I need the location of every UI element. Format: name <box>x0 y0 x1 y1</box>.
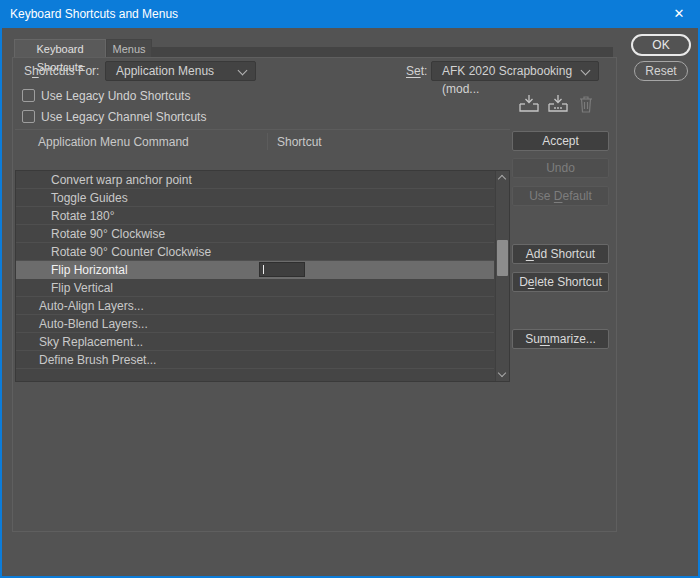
delete-shortcut-button[interactable]: Delete Shortcut <box>512 272 609 292</box>
list-item[interactable]: Rotate 90° Counter Clockwise <box>16 243 494 261</box>
scrollbar-thumb[interactable] <box>497 240 508 276</box>
list-item[interactable]: Convert warp anchor point <box>16 171 494 189</box>
column-divider <box>267 133 268 150</box>
window-title: Keyboard Shortcuts and Menus <box>10 0 178 28</box>
list-item-label: Toggle Guides <box>51 191 128 205</box>
set-label: Set: <box>406 64 427 78</box>
list-item-label: Flip Vertical <box>51 281 113 295</box>
list-item-label: Rotate 90° Clockwise <box>51 227 165 241</box>
list-item[interactable]: Rotate 180° <box>16 207 494 225</box>
list-item[interactable]: Flip Horizontal <box>16 261 494 279</box>
legacy-channel-label: Use Legacy Channel Shortcuts <box>41 110 206 124</box>
undo-button[interactable]: Undo <box>512 158 609 178</box>
legacy-undo-label: Use Legacy Undo Shortcuts <box>41 89 190 103</box>
add-shortcut-button[interactable]: Add Shortcut <box>512 244 609 264</box>
list-item[interactable]: Auto-Blend Layers... <box>16 315 494 333</box>
list-item[interactable]: Define Brush Preset... <box>16 351 494 369</box>
reset-button[interactable]: Reset <box>634 61 688 81</box>
save-set-icon[interactable] <box>517 93 541 115</box>
new-set-based-on-current-icon[interactable] <box>546 93 570 115</box>
close-icon[interactable]: ✕ <box>658 0 700 28</box>
legacy-channel-checkbox[interactable] <box>22 110 35 123</box>
tab-keyboard-shortcuts[interactable]: Keyboard Shortcuts <box>14 39 106 57</box>
list-item[interactable]: Flip Vertical <box>16 279 494 297</box>
list-item-label: Define Brush Preset... <box>39 353 156 367</box>
scroll-down-icon[interactable] <box>498 369 506 377</box>
list-item[interactable]: Toggle Guides <box>16 189 494 207</box>
shortcuts-for-label: Shortcuts For: <box>24 64 99 78</box>
list-item-label: Auto-Blend Layers... <box>39 317 148 331</box>
set-dropdown[interactable]: AFK 2020 Scrapbooking (mod... <box>431 61 599 81</box>
list-item[interactable]: Sky Replacement... <box>16 333 494 351</box>
list-item-label: Rotate 90° Counter Clockwise <box>51 245 211 259</box>
list-item-label: Auto-Align Layers... <box>39 299 144 313</box>
list-item[interactable]: Auto-Align Layers... <box>16 297 494 315</box>
list-item[interactable]: Rotate 90° Clockwise <box>16 225 494 243</box>
list-item-label: Convert warp anchor point <box>51 173 192 187</box>
legacy-undo-checkbox[interactable] <box>22 89 35 102</box>
text-caret <box>263 265 264 274</box>
list-item-label: Sky Replacement... <box>39 335 143 349</box>
summarize-button[interactable]: Summarize... <box>512 329 609 349</box>
tabstrip-filler <box>152 47 613 57</box>
shortcuts-for-value: Application Menus <box>116 64 214 78</box>
shortcut-list: Convert warp anchor pointToggle GuidesRo… <box>15 170 510 382</box>
delete-set-icon[interactable] <box>576 93 600 115</box>
column-header-command: Application Menu Command <box>38 135 189 149</box>
ok-button[interactable]: OK <box>631 34 691 56</box>
column-header-shortcut: Shortcut <box>277 135 322 149</box>
keyboard-shortcuts-dialog: Keyboard Shortcuts and Menus ✕ Keyboard … <box>0 0 700 578</box>
tab-menus[interactable]: Menus <box>106 39 152 57</box>
shortcuts-for-dropdown[interactable]: Application Menus <box>105 61 256 81</box>
list-column-header: Application Menu Command Shortcut <box>15 129 510 152</box>
chevron-down-icon <box>238 66 248 76</box>
title-bar: Keyboard Shortcuts and Menus ✕ <box>0 0 700 28</box>
use-default-button[interactable]: Use Default <box>512 186 609 206</box>
chevron-down-icon <box>581 66 591 76</box>
list-item-label: Flip Horizontal <box>51 263 128 277</box>
shortcut-list-rows: Convert warp anchor pointToggle GuidesRo… <box>16 171 494 381</box>
accept-button[interactable]: Accept <box>512 131 609 151</box>
shortcut-input[interactable] <box>259 262 305 277</box>
vertical-scrollbar[interactable] <box>495 171 509 381</box>
scroll-up-icon[interactable] <box>498 175 506 183</box>
list-item-label: Rotate 180° <box>51 209 115 223</box>
